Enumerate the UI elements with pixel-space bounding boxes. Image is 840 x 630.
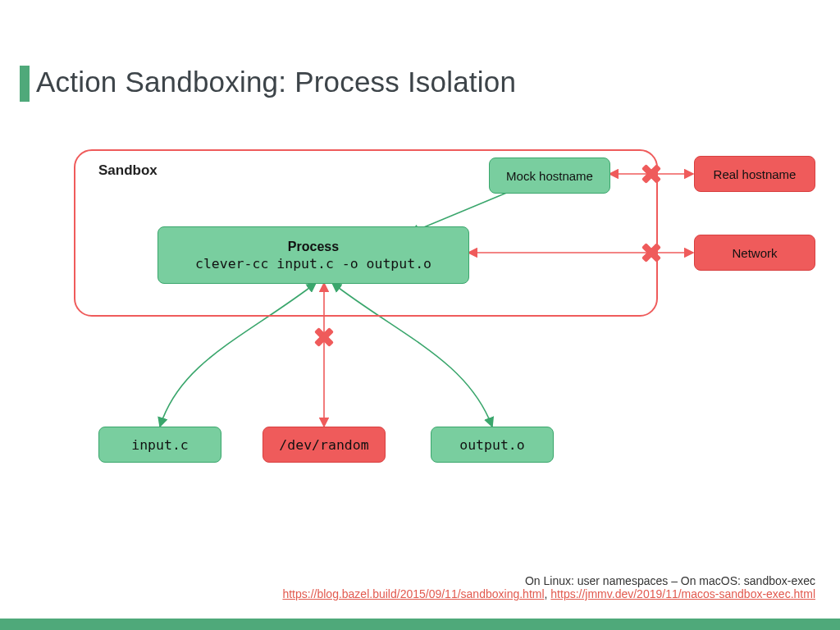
diagram-canvas: Sandbox Process clever-cc input.c -o out… — [0, 139, 840, 500]
input-c-box: input.c — [98, 427, 221, 463]
input-c-label: input.c — [131, 437, 189, 453]
process-box: Process clever-cc input.c -o output.o — [158, 226, 469, 284]
block-icon — [313, 326, 335, 348]
title-accent-bar — [20, 66, 30, 102]
output-o-box: output.o — [431, 427, 554, 463]
slide: Action Sandboxing: Process Isolation — [0, 0, 840, 630]
footnote-link-1[interactable]: https://blog.bazel.build/2015/09/11/sand… — [282, 587, 544, 600]
block-icon — [641, 163, 662, 185]
output-o-label: output.o — [459, 437, 524, 453]
real-hostname-box: Real hostname — [694, 156, 815, 192]
mock-hostname-box: Mock hostname — [489, 158, 610, 194]
dev-random-label: /dev/random — [279, 437, 368, 453]
block-icon — [641, 242, 662, 263]
process-label: Process — [288, 240, 339, 254]
mock-hostname-label: Mock hostname — [506, 169, 593, 183]
footnote-links: https://blog.bazel.build/2015/09/11/sand… — [282, 587, 815, 600]
network-label: Network — [732, 246, 777, 260]
network-box: Network — [694, 235, 815, 271]
slide-title: Action Sandboxing: Process Isolation — [36, 66, 516, 98]
footer-accent-bar — [0, 619, 840, 630]
dev-random-box: /dev/random — [262, 427, 386, 463]
footnote-link-2[interactable]: https://jmmv.dev/2019/11/macos-sandbox-e… — [550, 587, 815, 600]
sandbox-label: Sandbox — [98, 162, 158, 179]
process-command: clever-cc input.c -o output.o — [195, 256, 431, 272]
footnote-line1: On Linux: user namespaces – On macOS: sa… — [282, 574, 815, 587]
real-hostname-label: Real hostname — [714, 167, 797, 181]
footnote: On Linux: user namespaces – On macOS: sa… — [282, 574, 815, 600]
